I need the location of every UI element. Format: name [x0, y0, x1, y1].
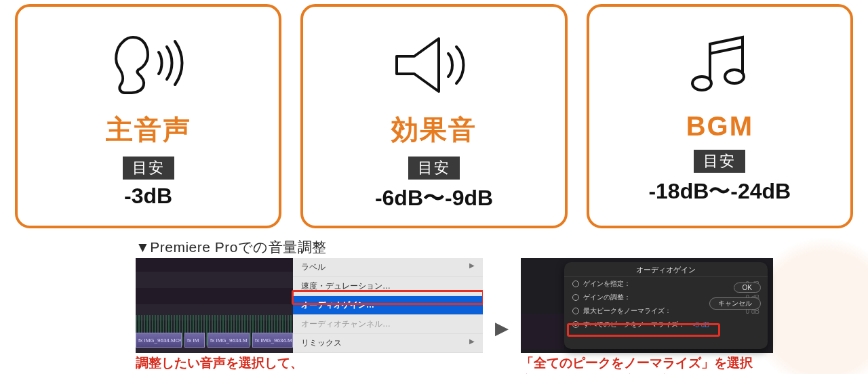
radio-icon — [572, 308, 579, 314]
context-menu: ラベル ▶ 速度・デュレーション… オーディオゲイン… オーディオチャンネル… … — [293, 258, 483, 353]
screenshot-context-menu: fx IMG_9634.MOV fx IM fx IMG_9634.M fx I… — [136, 258, 483, 374]
dialog-title: オーディオゲイン — [564, 262, 768, 277]
svg-point-0 — [692, 77, 711, 90]
card-sub: 目安 — [123, 157, 174, 180]
card-db: -6dB〜-9dB — [310, 184, 557, 213]
clip: fx IMG_9634.M — [208, 333, 250, 348]
timeline-area: fx IMG_9634.MOV fx IM fx IMG_9634.M fx I… — [136, 258, 293, 353]
timeline-area — [521, 314, 564, 349]
row-label: すべてのピークをノーマライズ： — [583, 320, 685, 329]
chevron-right-icon: ▶ — [469, 262, 475, 269]
card-bgm: BGM 目安 -18dB〜-24dB — [587, 4, 853, 228]
menu-item-audio-channel[interactable]: オーディオチャンネル… — [293, 315, 483, 334]
card-sub: 目安 — [694, 150, 745, 173]
speaker-icon — [310, 24, 557, 106]
clip: fx IMG_9634.MO — [252, 333, 293, 348]
card-voice: 主音声 目安 -3dB — [15, 4, 281, 228]
card-sub: 目安 — [408, 157, 460, 180]
menu-item-remix[interactable]: リミックス ▶ — [293, 334, 483, 353]
clip: fx IMG_9634.MOV — [136, 333, 182, 348]
radio-normalize-all[interactable]: すべてのピークをノーマライズ： -3 dB — [564, 318, 768, 331]
menu-item-speed[interactable]: 速度・デュレーション… — [293, 277, 483, 296]
card-title: 主音声 — [24, 111, 272, 148]
row-value: -3 dB — [693, 321, 709, 329]
card-sfx: 効果音 目安 -6dB〜-9dB — [300, 4, 567, 228]
clip: fx IM — [184, 333, 205, 348]
caption-line: 調整したい音声を選択して、 — [136, 356, 303, 370]
cancel-button[interactable]: キャンセル — [709, 297, 761, 310]
row-label: ゲインを指定： — [583, 279, 631, 289]
menu-item-label[interactable]: ラベル ▶ — [293, 258, 483, 277]
row-label: ゲインの調整： — [583, 293, 631, 302]
caption-a: 調整したい音声を選択して、 右クリックから「オーディオゲイン」を選択 — [136, 354, 483, 374]
chevron-right-icon: ▶ — [469, 337, 475, 345]
row-label: 最大ピークをノーマライズ： — [583, 306, 671, 316]
caption-line: 「全てのピークをノーマライズ」を選択 — [521, 356, 753, 370]
radio-icon — [572, 280, 579, 287]
card-db: -3dB — [24, 184, 272, 209]
caption-b: 「全てのピークをノーマライズ」を選択 音の種類によって音量を調整 — [521, 354, 773, 374]
menu-text: ラベル — [301, 262, 326, 272]
menu-text: リミックス — [301, 338, 342, 348]
music-note-icon — [596, 24, 844, 106]
ok-button[interactable]: OK — [734, 283, 761, 293]
menu-item-audio-gain[interactable]: オーディオゲイン… — [293, 296, 483, 315]
section-title: ▼Premiere Proでの音量調整 — [136, 238, 868, 257]
radio-icon — [572, 294, 579, 301]
svg-point-1 — [725, 70, 744, 83]
card-title: 効果音 — [310, 111, 557, 148]
arrow-separator-icon: ▶ — [495, 308, 509, 339]
card-db: -18dB〜-24dB — [596, 177, 844, 207]
voice-icon — [24, 24, 272, 106]
radio-icon — [572, 321, 579, 328]
audio-gain-dialog: オーディオゲイン ゲインを指定： 0 dB ゲインの調整： 0 dB 最大ピーク… — [564, 262, 768, 349]
card-title: BGM — [596, 111, 844, 142]
screenshot-audio-gain-dialog: オーディオゲイン ゲインを指定： 0 dB ゲインの調整： 0 dB 最大ピーク… — [521, 258, 773, 374]
